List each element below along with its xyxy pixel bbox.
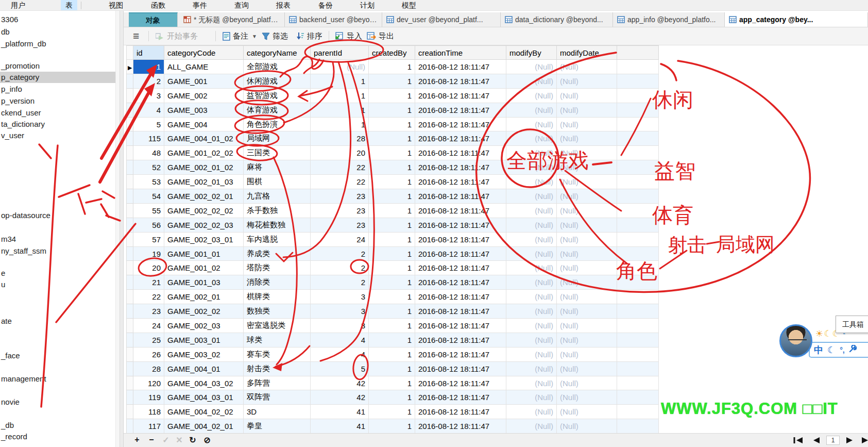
sidebar-item--db[interactable]: _db	[0, 420, 115, 431]
cell-categoryName[interactable]: 全部游戏	[244, 60, 311, 74]
menu-item-4[interactable]: 函数	[146, 0, 170, 10]
cell-createdBy[interactable]: 1	[369, 275, 415, 290]
cell-createdBy[interactable]: 1	[369, 361, 415, 376]
row-gutter[interactable]	[127, 146, 133, 160]
row-gutter[interactable]	[127, 347, 133, 361]
cell-modifyBy[interactable]: (Null)	[506, 333, 557, 347]
cell-modifyBy[interactable]: (Null)	[506, 103, 557, 117]
filter-button[interactable]: 筛选	[262, 27, 288, 45]
sidebar-item--platform-db[interactable]: _platform_db	[0, 38, 115, 49]
cell-categoryCode[interactable]: GAME_001_02	[164, 261, 244, 275]
cell-creationTime[interactable]: 2016-08-12 18:11:47	[415, 390, 506, 405]
cell-categoryCode[interactable]: GAME_004_01_02	[164, 131, 244, 146]
sidebar-item-3306[interactable]: 3306	[0, 14, 115, 25]
cell-createdBy[interactable]: 1	[369, 232, 415, 246]
tab-5[interactable]: data_dictionary @beyond...	[501, 12, 613, 27]
cell-modifyDate[interactable]: (Null)	[557, 246, 617, 261]
cell-categoryName[interactable]: 益智游戏	[244, 88, 311, 103]
table-row[interactable]: 26GAME_003_02赛车类412016-08-12 18:11:47(Nu…	[127, 347, 659, 361]
cell-parentId[interactable]: 2	[311, 275, 369, 290]
cell-creationTime[interactable]: 2016-08-12 18:11:47	[415, 88, 506, 103]
menu-item-9[interactable]: 计划	[355, 0, 379, 10]
row-gutter[interactable]	[127, 261, 133, 275]
export-button[interactable]: 导出	[367, 27, 394, 45]
sidebar-item--face[interactable]: _face	[0, 350, 115, 361]
column-header-createdBy[interactable]: createdBy	[369, 46, 415, 60]
cell-categoryCode[interactable]: GAME_002_03_01	[164, 232, 244, 246]
cell-modifyBy[interactable]: (Null)	[506, 232, 557, 246]
cell-modifyBy[interactable]: (Null)	[506, 160, 557, 175]
row-gutter[interactable]	[127, 361, 133, 376]
cell-id[interactable]: 53	[133, 175, 164, 189]
cell-createdBy[interactable]: 1	[369, 60, 415, 74]
cell-categoryName[interactable]: 棋牌类	[244, 290, 311, 304]
cell-createdBy[interactable]: 1	[369, 88, 415, 103]
cell-createdBy[interactable]: 1	[369, 405, 415, 419]
cell-categoryName[interactable]: 球类	[244, 333, 311, 347]
cell-modifyBy[interactable]: (Null)	[506, 175, 557, 189]
cell-creationTime[interactable]: 2016-08-12 18:11:47	[415, 117, 506, 131]
record-number-input[interactable]: 1	[826, 436, 840, 445]
cell-categoryName[interactable]: 拳皇	[244, 419, 311, 434]
cell-parentId[interactable]: 2	[311, 246, 369, 261]
sidebar-item-p-category[interactable]: p_category	[0, 72, 115, 83]
cell-id[interactable]: 2	[133, 74, 164, 88]
delete-record-button[interactable]: −	[146, 435, 157, 444]
menu-item-8[interactable]: 备份	[314, 0, 337, 10]
cell-createdBy[interactable]: 1	[369, 189, 415, 204]
cell-id[interactable]: 21	[133, 275, 164, 290]
cell-categoryName[interactable]: 数独类	[244, 304, 311, 319]
cell-creationTime[interactable]: 2016-08-12 18:11:47	[415, 74, 506, 88]
cell-categoryName[interactable]: 密室逃脱类	[244, 319, 311, 333]
cell-modifyBy[interactable]: (Null)	[506, 146, 557, 160]
cell-categoryCode[interactable]: GAME_001_02_02	[164, 146, 244, 160]
column-header-id[interactable]: id	[133, 46, 164, 60]
row-gutter[interactable]	[127, 203, 133, 218]
cell-createdBy[interactable]: 1	[369, 376, 415, 390]
cell-id[interactable]: 19	[133, 246, 164, 261]
column-header-modifyBy[interactable]: modifyBy	[506, 46, 557, 60]
cell-categoryName[interactable]: 赛车类	[244, 347, 311, 361]
cell-id[interactable]: 57	[133, 232, 164, 246]
cell-categoryCode[interactable]: GAME_004_03_02	[164, 376, 244, 390]
table-row[interactable]: 56GAME_002_02_03梅花桩数独2312016-08-12 18:11…	[127, 218, 659, 232]
cell-categoryName[interactable]: 养成类	[244, 246, 311, 261]
table-row[interactable]: 119GAME_004_03_01双阵营4212016-08-12 18:11:…	[127, 390, 659, 405]
cell-modifyDate[interactable]: (Null)	[557, 117, 617, 131]
cell-modifyDate[interactable]: (Null)	[557, 160, 617, 175]
cell-categoryName[interactable]: 休闲游戏	[244, 74, 311, 88]
cell-createdBy[interactable]: 1	[369, 246, 415, 261]
cell-creationTime[interactable]: 2016-08-12 18:11:47	[415, 405, 506, 419]
discard-changes-button[interactable]: ✕	[174, 435, 184, 445]
cell-id[interactable]: 118	[133, 405, 164, 419]
sidebar-item-p-info[interactable]: p_info	[0, 84, 115, 95]
cell-modifyBy[interactable]: (Null)	[506, 405, 557, 419]
cell-creationTime[interactable]: 2016-08-12 18:11:47	[415, 246, 506, 261]
last-record-button[interactable]	[861, 437, 868, 446]
cell-modifyDate[interactable]: (Null)	[557, 131, 617, 146]
sidebar-main-divider[interactable]	[120, 11, 124, 447]
cell-parentId[interactable]: 41	[311, 419, 369, 434]
cell-parentId[interactable]: 5	[311, 361, 369, 376]
row-gutter[interactable]	[127, 218, 133, 232]
table-row[interactable]: 25GAME_003_01球类412016-08-12 18:11:47(Nul…	[127, 333, 659, 347]
cell-categoryName[interactable]: 双阵营	[244, 390, 311, 405]
sidebar-item--record[interactable]: _record	[0, 431, 115, 442]
cell-modifyBy[interactable]: (Null)	[506, 203, 557, 218]
row-gutter[interactable]	[127, 275, 133, 290]
previous-record-button[interactable]	[812, 437, 820, 446]
cell-categoryName[interactable]: 局域网	[244, 131, 311, 146]
cell-modifyBy[interactable]: (Null)	[506, 74, 557, 88]
cell-createdBy[interactable]: 1	[369, 218, 415, 232]
cell-modifyDate[interactable]: (Null)	[557, 203, 617, 218]
cell-creationTime[interactable]: 2016-08-12 18:11:47	[415, 232, 506, 246]
cell-creationTime[interactable]: 2016-08-12 18:11:47	[415, 218, 506, 232]
cell-categoryCode[interactable]: GAME_002	[164, 88, 244, 103]
cell-modifyDate[interactable]: (Null)	[557, 390, 617, 405]
cell-parentId[interactable]: 42	[311, 376, 369, 390]
cell-modifyDate[interactable]: (Null)	[557, 146, 617, 160]
table-row[interactable]: 21GAME_001_03消除类212016-08-12 18:11:47(Nu…	[127, 275, 659, 290]
cell-createdBy[interactable]: 1	[369, 131, 415, 146]
menu-item-10[interactable]: 模型	[397, 0, 421, 10]
cell-creationTime[interactable]: 2016-08-12 18:11:47	[415, 131, 506, 146]
